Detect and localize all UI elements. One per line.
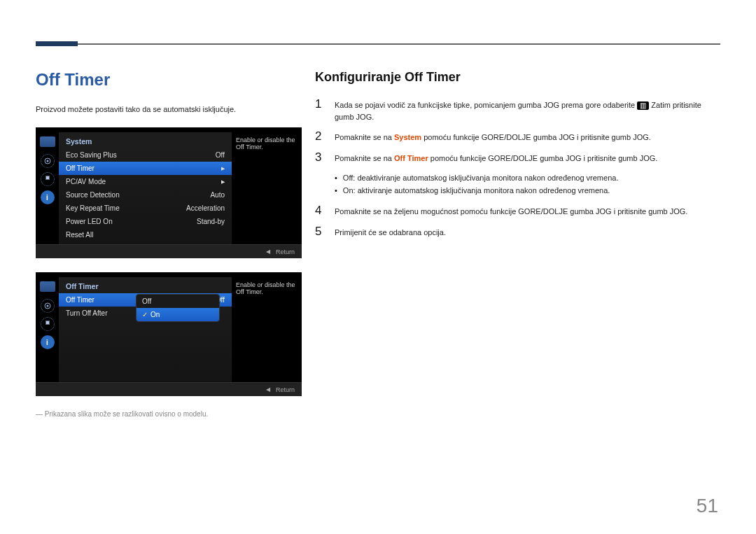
settings-gear-icon — [41, 317, 55, 331]
osd-menu-title: System — [59, 132, 232, 148]
bullet-dot-icon: • — [335, 186, 337, 195]
settings-gear-icon — [41, 172, 55, 186]
svg-point-3 — [46, 305, 48, 307]
monitor-icon — [40, 281, 55, 292]
picture-icon — [41, 299, 55, 313]
osd-tooltip: Enable or disable the Off Timer. — [232, 132, 302, 244]
left-arrow-icon: ◀ — [266, 386, 270, 393]
osd-menu-row: Source DetectionAuto — [59, 188, 232, 202]
info-icon: i — [41, 190, 55, 204]
osd-sidebar: i — [36, 132, 59, 244]
osd-menu-panel: System Eco Saving PlusOffOff Timer▶PC/AV… — [59, 132, 232, 244]
model-note: ― Prikazana slika može se razlikovati ov… — [36, 410, 302, 418]
osd-row-label: Turn Off After — [66, 309, 107, 317]
step-4: 4 Pomaknite se na željenu mogućnost pomo… — [315, 204, 721, 218]
osd-submenu-option-off: Off — [136, 295, 219, 308]
right-column: Konfiguriranje Off Timer 1 Kada se pojav… — [315, 70, 721, 246]
osd-row-value: ▶ — [221, 166, 225, 171]
osd-submenu-option-on: ✓On — [136, 308, 219, 321]
osd-row-label: Key Repeat Time — [66, 204, 120, 212]
step-number: 2 — [315, 129, 325, 143]
check-icon: ✓ — [142, 311, 148, 318]
osd-row-value: Stand-by — [197, 218, 225, 225]
osd-menu-panel: Off Timer Off TimerOffTurn Off After Off… — [59, 277, 232, 382]
step-text: Pomaknite se na Off Timer pomoću funkcij… — [335, 153, 721, 164]
osd-screenshot-offtimer: i Off Timer Off TimerOffTurn Off After O… — [36, 272, 302, 396]
osd-row-value: Auto — [210, 191, 225, 199]
section-title: Konfiguriranje Off Timer — [315, 70, 721, 85]
bullet-dot-icon: • — [335, 174, 337, 182]
left-column: Off Timer Proizvod možete postaviti tako… — [36, 70, 302, 418]
left-arrow-icon: ◀ — [266, 248, 270, 255]
options-list: • Off: deaktiviranje automatskog isključ… — [335, 171, 721, 197]
option-off: • Off: deaktiviranje automatskog isključ… — [335, 171, 721, 184]
osd-menu-row: Eco Saving PlusOff — [59, 148, 232, 162]
step-1: 1 Kada se pojavi vodič za funkcijske tip… — [315, 97, 721, 122]
osd-row-label: Reset All — [66, 231, 93, 239]
step-text: Kada se pojavi vodič za funkcijske tipke… — [335, 99, 721, 122]
page-number: 51 — [696, 495, 718, 517]
osd-row-value: Acceleration — [186, 204, 225, 212]
option-on: • On: aktiviranje automatskog isključiva… — [335, 184, 721, 197]
osd-row-value: Off — [216, 151, 225, 159]
osd-row-label: Off Timer — [66, 164, 94, 172]
osd-row-label: Source Detection — [66, 191, 120, 199]
step-number: 1 — [315, 97, 325, 111]
osd-tooltip: Enable or disable the Off Timer. — [232, 277, 302, 382]
osd-menu-row: Power LED OnStand-by — [59, 215, 232, 228]
return-label: Return — [276, 386, 295, 393]
osd-row-value: ▶ — [221, 179, 225, 185]
osd-row-label: PC/AV Mode — [66, 178, 106, 185]
osd-row-label: Off Timer — [66, 296, 94, 304]
page-title: Off Timer — [36, 70, 302, 90]
step-5: 5 Primijenit će se odabrana opcija. — [315, 225, 721, 239]
osd-screenshot-system: i System Eco Saving PlusOffOff Timer▶PC/… — [36, 127, 302, 258]
osd-menu-row: PC/AV Mode▶ — [59, 175, 232, 188]
monitor-icon — [40, 136, 55, 147]
osd-menu-row: Key Repeat TimeAcceleration — [59, 202, 232, 215]
step-text: Pomaknite se na System pomoću funkcije G… — [335, 132, 721, 143]
header-rule — [36, 43, 720, 45]
step-number: 3 — [315, 150, 325, 164]
osd-menu-row: Off Timer▶ — [59, 162, 232, 175]
return-label: Return — [276, 248, 295, 255]
info-icon: i — [41, 335, 55, 349]
osd-sidebar: i — [36, 277, 59, 382]
step-number: 4 — [315, 204, 325, 218]
osd-footer: ◀ Return — [36, 382, 302, 396]
osd-menu-title: Off Timer — [59, 277, 232, 293]
picture-icon — [41, 154, 55, 168]
step-2: 2 Pomaknite se na System pomoću funkcije… — [315, 129, 721, 143]
step-3: 3 Pomaknite se na Off Timer pomoću funkc… — [315, 150, 721, 164]
step-text: Pomaknite se na željenu mogućnost pomoću… — [335, 206, 721, 218]
osd-menu-row: Reset All — [59, 228, 232, 241]
osd-row-label: Power LED On — [66, 218, 113, 225]
step-text: Primijenit će se odabrana opcija. — [335, 227, 721, 239]
intro-text: Proizvod možete postaviti tako da se aut… — [36, 105, 302, 113]
osd-submenu: Off ✓On — [136, 294, 220, 322]
osd-row-label: Eco Saving Plus — [66, 151, 117, 159]
osd-footer: ◀ Return — [36, 244, 302, 258]
step-number: 5 — [315, 225, 325, 239]
menu-icon: ▥ — [637, 101, 649, 110]
svg-point-1 — [46, 160, 48, 162]
